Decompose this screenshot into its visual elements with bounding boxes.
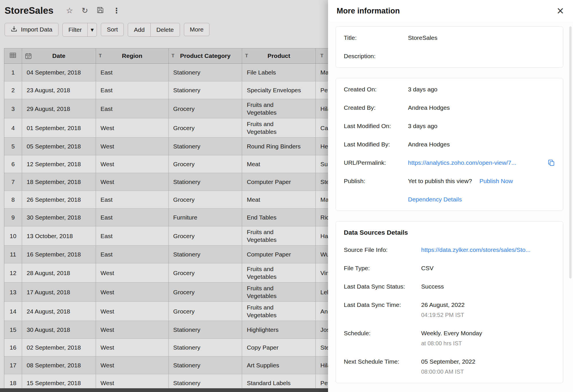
cell-product-category[interactable]: Stationery [169,81,242,99]
import-data-button[interactable]: Import Data [5,23,58,36]
cell-date[interactable]: 08 September, 2018 [22,356,96,374]
cell-date[interactable]: 05 September, 2018 [22,138,96,155]
cell-date[interactable]: 30 August, 2018 [22,321,96,338]
cell-product-category[interactable]: Stationery [169,64,242,81]
column-header-product[interactable]: T Product [242,48,316,63]
cell-product-category[interactable]: Grocery [169,155,242,173]
cell-product-category[interactable]: Grocery [169,118,242,137]
cell-product-category[interactable]: Stationery [169,356,242,374]
publish-now-link[interactable]: Publish Now [479,177,513,185]
cell-product[interactable]: Meat [242,155,316,173]
permalink-link[interactable]: https://analytics.zoho.com/open-view/7..… [408,159,516,166]
cell-region[interactable]: West [96,118,169,137]
cell-product-category[interactable]: Stationery [169,321,242,338]
cell-date[interactable]: 01 September, 2018 [22,118,96,137]
cell-product-category[interactable]: Stationery [169,138,242,155]
cell-product-category[interactable]: Grocery [169,191,242,208]
title-row: Title: StoreSales [344,34,555,42]
copy-icon[interactable] [548,159,555,166]
cell-date[interactable]: 02 September, 2018 [22,339,96,356]
save-icon[interactable] [97,6,104,15]
cell-region[interactable]: East [96,209,169,226]
cell-region[interactable]: East [96,246,169,263]
cell-product[interactable]: Fruits and Vegetables [242,99,316,118]
refresh-icon[interactable]: ↻ [82,7,88,15]
cell-date[interactable]: 28 August, 2018 [22,263,96,282]
panel-body: Title: StoreSales Description: Created O… [328,22,573,392]
cell-product[interactable]: Round Ring Binders [242,138,316,155]
column-header-date[interactable]: 17 Date [22,48,96,63]
cell-product[interactable]: Fruits and Vegetables [242,283,316,301]
cell-region[interactable]: East [96,64,169,81]
cell-product[interactable]: Art Supplies [242,356,316,374]
cell-product-category[interactable]: Furniture [169,209,242,226]
sort-button[interactable]: Sort [101,23,124,36]
cell-product-category[interactable]: Grocery [169,263,242,282]
cell-product[interactable]: Computer Paper [242,173,316,191]
cell-product[interactable]: Fruits and Vegetables [242,118,316,137]
favorite-star-icon[interactable]: ☆ [66,7,73,15]
data-sources-card: Data Sources Details Source File Info: h… [335,221,563,383]
close-icon[interactable]: × [557,6,564,16]
cell-date[interactable]: 18 September, 2018 [22,173,96,191]
kebab-menu-icon[interactable]: ⋮ [113,7,120,14]
cell-region[interactable]: East [96,226,169,245]
horizontal-scrollbar[interactable] [0,388,328,392]
cell-region[interactable]: West [96,283,169,301]
cell-date[interactable]: 29 August, 2018 [22,99,96,118]
add-button[interactable]: Add [128,23,150,36]
last-modified-by-label: Last Modified By: [344,141,408,148]
cell-product[interactable]: File Labels [242,64,316,81]
cell-product[interactable]: Fruits and Vegetables [242,226,316,245]
cell-product-category[interactable]: Grocery [169,226,242,245]
column-header-product-category[interactable]: T Product Category [169,48,242,63]
cell-product-category[interactable]: Stationery [169,339,242,356]
cell-product[interactable]: Highlighters [242,321,316,338]
cell-date[interactable]: 23 August, 2018 [22,81,96,99]
more-button[interactable]: More [184,23,210,36]
cell-product-category[interactable]: Grocery [169,99,242,118]
filter-dropdown-button[interactable]: ▾ [88,23,97,36]
cell-region[interactable]: West [96,302,169,321]
cell-date[interactable]: 17 August, 2018 [22,283,96,301]
cell-region[interactable]: West [96,321,169,338]
cell-product[interactable]: Fruits and Vegetables [242,263,316,282]
delete-button[interactable]: Delete [151,23,180,36]
column-header-rownum[interactable] [4,48,22,63]
cell-product[interactable]: Fruits and Vegetables [242,302,316,321]
source-file-link[interactable]: https://data.zylker.com/stores/sales/Sto… [421,246,531,254]
cell-region[interactable]: East [96,191,169,208]
cell-region[interactable]: West [96,138,169,155]
cell-region[interactable]: West [96,263,169,282]
cell-date[interactable]: 13 October, 2018 [22,226,96,245]
cell-product[interactable]: Meat [242,191,316,208]
cell-product[interactable]: Copy Paper [242,339,316,356]
dependency-details-link[interactable]: Dependency Details [408,196,462,203]
cell-date[interactable]: 26 September, 2018 [22,191,96,208]
cell-date[interactable]: 12 September, 2018 [22,155,96,173]
cell-region[interactable]: East [96,99,169,118]
cell-region[interactable]: West [96,339,169,356]
created-on-row: Created On: 3 days ago [344,86,555,93]
cell-product-category[interactable]: Stationery [169,246,242,263]
cell-product-category[interactable]: Grocery [169,283,242,301]
cell-region[interactable]: West [96,173,169,191]
column-header-region[interactable]: T Region [96,48,169,63]
cell-date[interactable]: 04 September, 2018 [22,64,96,81]
cell-region[interactable]: West [96,356,169,374]
cell-product-category[interactable]: Stationery [169,173,242,191]
cell-region[interactable]: West [96,155,169,173]
cell-date[interactable]: 30 September, 2018 [22,209,96,226]
cell-product-category[interactable]: Grocery [169,302,242,321]
cell-date[interactable]: 24 August, 2018 [22,302,96,321]
cell-product[interactable]: End Tables [242,209,316,226]
cell-product[interactable]: Computer Paper [242,246,316,263]
cell-region[interactable]: East [96,81,169,99]
filter-button[interactable]: Filter [63,23,88,36]
cell-date[interactable]: 16 September, 2018 [22,246,96,263]
panel-scrollbar[interactable] [569,26,572,279]
schedule-row: Schedule: Weekly. Every Monday at 08:00 … [344,330,555,347]
description-row: Description: [344,52,555,60]
cell-product[interactable]: Specialty Envelopes [242,81,316,99]
row-number: 12 [4,263,22,282]
